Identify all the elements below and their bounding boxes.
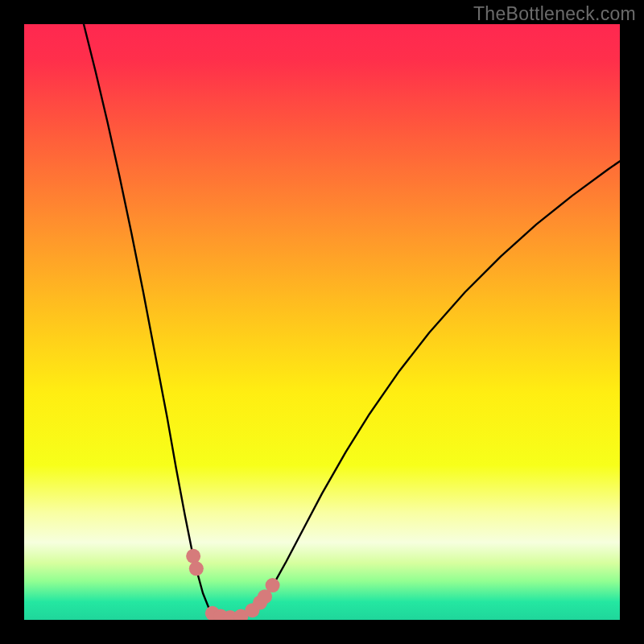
bottleneck-chart: [24, 24, 620, 620]
data-marker: [189, 561, 204, 576]
gradient-background: [24, 24, 620, 620]
watermark-text: TheBottleneck.com: [473, 3, 636, 25]
plot-area: [24, 24, 620, 620]
data-marker: [186, 549, 200, 564]
chart-frame: TheBottleneck.com: [0, 0, 644, 644]
data-marker: [266, 578, 280, 592]
